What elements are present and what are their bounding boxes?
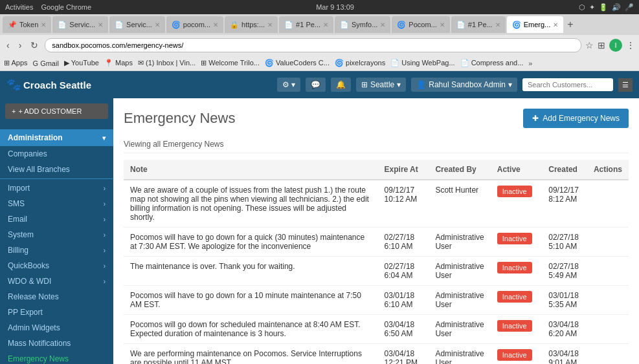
- table-row: We are aware of a couple of issues from …: [124, 180, 629, 228]
- gear-button[interactable]: ⚙ ▾: [277, 78, 300, 92]
- sidebar-item-wdo-wdi[interactable]: WDO & WDI ›: [0, 273, 113, 289]
- os-clock: Mar 9 13:09: [316, 3, 354, 11]
- actions-cell: [587, 228, 629, 257]
- tab-emerg[interactable]: 🌀Emerg...✕: [507, 16, 564, 33]
- back-button[interactable]: ‹: [4, 39, 12, 52]
- created-by-cell: Administrative User: [429, 228, 490, 257]
- inactive-badge[interactable]: Inactive: [497, 262, 532, 273]
- page-title: Emergency News: [124, 110, 235, 127]
- table-row: Pocomos will have to go down for a quick…: [124, 228, 629, 257]
- tab-servic2[interactable]: 📄Servic...✕: [109, 16, 165, 33]
- bookmark-apps[interactable]: ⊞ Apps: [4, 59, 28, 67]
- bookmark-valuecoders[interactable]: 🌀 ValueCoders C...: [265, 59, 330, 67]
- sidebar-item-emergency-news[interactable]: Emergency News: [0, 351, 113, 364]
- tab-pocom2[interactable]: 🌀Pocom...✕: [392, 16, 449, 33]
- created-cell: 02/27/185:49 AM: [542, 257, 587, 286]
- sidebar-item-companies[interactable]: Companies: [0, 146, 113, 162]
- bookmarks-more[interactable]: »: [528, 59, 532, 67]
- add-customer-button[interactable]: + + ADD CUSTOMER: [5, 103, 108, 119]
- bookmark-pixelcrayons[interactable]: 🌀 pixelcrayons: [335, 59, 385, 67]
- search-toggle-button[interactable]: ☰: [618, 78, 633, 92]
- tab-token[interactable]: 📌Token✕: [3, 16, 51, 33]
- new-tab-button[interactable]: +: [565, 19, 576, 30]
- note-cell: We are performing maintenance on Pocomos…: [124, 344, 378, 365]
- grid-seattle-button[interactable]: ⊞ Seattle ▾: [356, 78, 406, 92]
- actions-cell: [587, 180, 629, 228]
- sidebar-item-mass-notifications[interactable]: Mass Notifications: [0, 336, 113, 351]
- sidebar-item-email[interactable]: Email ›: [0, 211, 113, 227]
- add-emergency-news-button[interactable]: ✚ Add Emergency News: [523, 109, 629, 128]
- tab-pocom[interactable]: 🌀pocom...✕: [166, 16, 223, 33]
- os-icon-network: ⬡: [579, 3, 585, 12]
- table-body: We are aware of a couple of issues from …: [124, 180, 629, 364]
- sidebar-item-sms[interactable]: SMS ›: [0, 196, 113, 211]
- sidebar-item-pp-export[interactable]: PP Export: [0, 305, 113, 320]
- sidebar-item-release-notes[interactable]: Release Notes: [0, 289, 113, 305]
- tab-symfo[interactable]: 📄Symfo...✕: [335, 16, 390, 33]
- inactive-badge[interactable]: Inactive: [497, 320, 532, 332]
- bookmark-youtube[interactable]: ▶ YouTube: [64, 59, 99, 67]
- actions-cell: [587, 257, 629, 286]
- inactive-badge[interactable]: Inactive: [497, 349, 532, 361]
- tab-pe1[interactable]: 📄#1 Pe...✕: [279, 16, 333, 33]
- user-menu-button[interactable]: 👤 Rahul Sandbox Admin ▾: [411, 78, 517, 92]
- bookmark-gmail[interactable]: G Gmail: [33, 59, 59, 67]
- sidebar-item-system[interactable]: System ›: [0, 227, 113, 242]
- table-row: Pocomos will go down for scheduled maint…: [124, 315, 629, 344]
- sidebar-item-quickbooks[interactable]: QuickBooks ›: [0, 258, 113, 273]
- tab-pe2[interactable]: 📄#1 Pe...✕: [451, 16, 506, 33]
- bookmark-button[interactable]: ☆: [585, 40, 594, 50]
- tab-https[interactable]: 🔒https:...✕: [225, 16, 278, 33]
- os-icon-bluetooth: ✦: [589, 3, 595, 12]
- forward-button[interactable]: ›: [16, 39, 25, 52]
- bookmark-welcome[interactable]: ⊞ Welcome Trilo...: [201, 59, 260, 67]
- tab-close-token[interactable]: ✕: [41, 21, 46, 28]
- inactive-badge[interactable]: Inactive: [497, 291, 532, 303]
- wdo-chevron-icon: ›: [104, 278, 106, 285]
- os-activities[interactable]: Activities: [5, 3, 33, 11]
- active-cell: Inactive: [491, 286, 542, 315]
- active-cell: Inactive: [491, 228, 542, 257]
- sidebar-administration-header[interactable]: Administration ▾: [0, 129, 113, 146]
- bell-button[interactable]: 🔔: [331, 78, 351, 92]
- profile-button[interactable]: I: [609, 39, 622, 52]
- os-icon-mic: 🎤: [625, 3, 634, 12]
- inactive-badge[interactable]: Inactive: [497, 186, 532, 197]
- sidebar-admin-section: Administration ▾ Companies View All Bran…: [0, 124, 113, 364]
- sidebar-item-view-all-branches[interactable]: View All Branches: [0, 162, 113, 177]
- expire-at-cell: 02/27/186:04 AM: [378, 257, 429, 286]
- plus-icon: +: [12, 107, 16, 115]
- sidebar-item-import[interactable]: Import ›: [0, 180, 113, 196]
- sidebar-item-admin-widgets[interactable]: Admin Widgets: [0, 320, 113, 336]
- created-by-cell: Administrative User: [429, 286, 490, 315]
- system-chevron-icon: ›: [104, 231, 106, 239]
- active-cell: Inactive: [491, 344, 542, 365]
- expire-at-cell: 09/12/1710:12 AM: [378, 180, 429, 228]
- admin-chevron-icon: ▾: [102, 134, 106, 142]
- note-cell: Pocomos will have to go down for a 10 mi…: [124, 286, 378, 315]
- extensions-button[interactable]: ⊞: [598, 40, 605, 50]
- bookmark-inbox[interactable]: ✉ (1) Inbox | Vin...: [138, 59, 196, 67]
- tab-servic1[interactable]: 📄Servic...✕: [52, 16, 108, 33]
- search-customers-input[interactable]: [522, 78, 613, 91]
- bookmark-maps[interactable]: 📍 Maps: [104, 59, 133, 67]
- bookmark-webpag[interactable]: 📄 Using WebPag...: [390, 59, 454, 67]
- created-by-cell: Administrative User: [429, 344, 490, 365]
- address-input[interactable]: [45, 38, 581, 52]
- inactive-badge[interactable]: Inactive: [497, 233, 532, 244]
- top-nav: 🐾 Croach Seattle ⚙ ▾ 💬 🔔 ⊞ Seattle ▾ 👤 R…: [0, 71, 639, 98]
- main-body: + + ADD CUSTOMER Administration ▾ Compan…: [0, 98, 639, 364]
- sidebar-item-billing[interactable]: Billing ›: [0, 242, 113, 258]
- col-header-expire: Expire At: [378, 160, 429, 180]
- address-bar: ‹ › ↻ ☆ ⊞ I ⋮: [0, 35, 639, 56]
- reload-button[interactable]: ↻: [28, 39, 41, 52]
- menu-button[interactable]: ⋮: [626, 40, 635, 50]
- created-cell: 09/12/178:12 AM: [542, 180, 587, 228]
- billing-chevron-icon: ›: [104, 247, 106, 254]
- plus-icon: ✚: [532, 114, 539, 123]
- table-row: Pocomos will have to go down for a 10 mi…: [124, 286, 629, 315]
- bookmark-compress[interactable]: 📄 Compress and...: [460, 59, 524, 67]
- chat-button[interactable]: 💬: [306, 78, 326, 92]
- tab-bar: 📌Token✕ 📄Servic...✕ 📄Servic...✕ 🌀pocom..…: [0, 14, 639, 35]
- created-cell: 03/04/189:01 AM: [542, 344, 587, 365]
